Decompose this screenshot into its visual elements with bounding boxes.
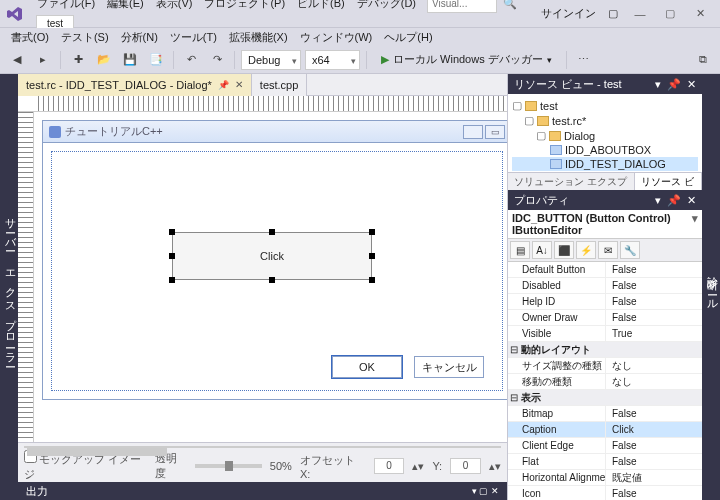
signin-link[interactable]: サインイン (535, 6, 602, 21)
property-row[interactable]: Help IDFalse (508, 294, 702, 310)
horizontal-scrollbar[interactable] (24, 446, 501, 448)
dialog-close-icon[interactable]: ▭ (485, 125, 505, 139)
menu-format[interactable]: 書式(O) (6, 28, 54, 44)
pin-icon[interactable]: 📌 (667, 78, 681, 91)
diagnostic-tools-tab[interactable]: 診断ツール (705, 267, 720, 308)
close-icon[interactable]: ✕ (687, 78, 696, 91)
tab-resource-view[interactable]: リソース ビュー (635, 173, 702, 190)
resource-view-header[interactable]: リソース ビュー - test ▾📌✕ (508, 74, 702, 94)
menu-file[interactable]: ファイル(F) (32, 0, 100, 13)
property-row[interactable]: Default ButtonFalse (508, 262, 702, 278)
dialog-help-icon[interactable] (463, 125, 483, 139)
offset-x-input[interactable]: 0 (374, 458, 405, 474)
play-icon: ▶ (381, 53, 389, 66)
property-object-selector[interactable]: IDC_BUTTON (Button Control) IButtonEdito… (508, 210, 702, 239)
property-row[interactable]: FlatFalse (508, 454, 702, 470)
messages-button[interactable]: ✉ (598, 241, 618, 259)
events-button[interactable]: ⚡ (576, 241, 596, 259)
dialog-titlebar: チュートリアルC++ ▭ (43, 121, 507, 143)
search-icon[interactable]: 🔍 (503, 0, 517, 10)
property-row[interactable]: 移動の種類なし (508, 374, 702, 390)
property-toolbar: ▤ A↓ ⬛ ⚡ ✉ 🔧 (508, 239, 702, 262)
menu-window[interactable]: ウィンドウ(W) (295, 28, 378, 44)
menu-test[interactable]: テスト(S) (56, 28, 114, 44)
menu-edit[interactable]: 編集(E) (102, 0, 149, 13)
save-button[interactable]: 💾 (119, 49, 141, 71)
opacity-slider[interactable] (195, 464, 262, 468)
property-category[interactable]: 表示 (508, 390, 702, 406)
property-row[interactable]: CaptionClick (508, 422, 702, 438)
search-input[interactable] (427, 0, 497, 13)
properties-button[interactable]: ⬛ (554, 241, 574, 259)
config-combo[interactable]: Debug (241, 50, 301, 70)
cancel-button[interactable]: キャンセル (414, 356, 484, 378)
menu-project[interactable]: プロジェクト(P) (199, 0, 290, 13)
nav-back-button[interactable]: ◀ (6, 49, 28, 71)
nav-fwd-button[interactable]: ▸ (32, 49, 54, 71)
minimize-button[interactable]: — (626, 4, 654, 24)
live-share-icon[interactable]: ⧉ (692, 49, 714, 71)
property-row[interactable]: サイズ調整の種類なし (508, 358, 702, 374)
project-icon (525, 101, 537, 111)
menu-build[interactable]: ビルド(B) (292, 0, 350, 13)
resize-handle[interactable] (369, 277, 375, 283)
offset-y-input[interactable]: 0 (450, 458, 481, 474)
dialog-preview[interactable]: チュートリアルC++ ▭ Click (42, 120, 507, 400)
menu-debug[interactable]: デバッグ(D) (352, 0, 421, 13)
resize-handle[interactable] (169, 277, 175, 283)
save-all-button[interactable]: 📑 (145, 49, 167, 71)
resize-handle[interactable] (269, 229, 275, 235)
ok-button[interactable]: OK (332, 356, 402, 378)
menubar-row2: 書式(O) テスト(S) 分析(N) ツール(T) 拡張機能(X) ウィンドウ(… (0, 28, 720, 46)
tab-testcpp[interactable]: test.cpp (252, 74, 308, 96)
close-icon[interactable]: ✕ (235, 74, 243, 96)
platform-combo[interactable]: x64 (305, 50, 360, 70)
property-grid[interactable]: Default ButtonFalseDisabledFalseHelp IDF… (508, 262, 702, 500)
design-canvas[interactable]: チュートリアルC++ ▭ Click (34, 112, 507, 442)
dropdown-icon[interactable]: ▾ (655, 78, 661, 91)
resize-handle[interactable] (369, 229, 375, 235)
menu-analyze[interactable]: 分析(N) (116, 28, 163, 44)
server-explorer-tab[interactable]: サーバー エクスプローラー (3, 211, 18, 364)
offset-y-label: Y: (432, 460, 442, 472)
property-row[interactable]: IconFalse (508, 486, 702, 500)
offset-x-label: オフセット X: (300, 453, 366, 480)
resize-handle[interactable] (369, 253, 375, 259)
run-button[interactable]: ▶ローカル Windows デバッガー▾ (373, 49, 560, 71)
avatar-icon[interactable]: ▢ (608, 7, 618, 20)
property-row[interactable]: Horizontal Alignme既定値 (508, 470, 702, 486)
property-row[interactable]: BitmapFalse (508, 406, 702, 422)
property-row[interactable]: DisabledFalse (508, 278, 702, 294)
properties-header[interactable]: プロパティ ▾📌✕ (508, 190, 702, 210)
close-button[interactable]: ✕ (686, 4, 714, 24)
toolbar: ◀ ▸ ✚ 📂 💾 📑 ↶ ↷ Debug x64 ▶ローカル Windows … (0, 46, 720, 74)
menu-help[interactable]: ヘルプ(H) (379, 28, 437, 44)
menu-tools[interactable]: ツール(T) (165, 28, 222, 44)
tab-solution-explorer[interactable]: ソリューション エクスプローラー (508, 173, 635, 190)
categorized-button[interactable]: ▤ (510, 241, 530, 259)
tab-dialog-designer[interactable]: test.rc - IDD_TEST_DIALOG - Dialog* 📌 ✕ (18, 74, 252, 96)
alphabetical-button[interactable]: A↓ (532, 241, 552, 259)
resize-handle[interactable] (269, 277, 275, 283)
property-row[interactable]: VisibleTrue (508, 326, 702, 342)
property-category[interactable]: 動的レイアウト (508, 342, 702, 358)
menu-extensions[interactable]: 拡張機能(X) (224, 28, 293, 44)
maximize-button[interactable]: ▢ (656, 4, 684, 24)
resize-handle[interactable] (169, 253, 175, 259)
overrides-button[interactable]: 🔧 (620, 241, 640, 259)
undo-button[interactable]: ↶ (180, 49, 202, 71)
new-project-button[interactable]: ✚ (67, 49, 89, 71)
redo-button[interactable]: ↷ (206, 49, 228, 71)
resource-tree[interactable]: ▢test ▢test.rc* ▢Dialog IDD_ABOUTBOX IDD… (508, 94, 702, 172)
output-pane-header[interactable]: 出力 ▾ ▢ ✕ (18, 482, 507, 500)
resize-handle[interactable] (169, 229, 175, 235)
open-button[interactable]: 📂 (93, 49, 115, 71)
property-row[interactable]: Owner DrawFalse (508, 310, 702, 326)
selected-button-control[interactable]: Click (172, 232, 372, 280)
folder-icon (537, 116, 549, 126)
toolbar-more[interactable]: ⋯ (573, 49, 595, 71)
property-row[interactable]: Client EdgeFalse (508, 438, 702, 454)
menu-view[interactable]: 表示(V) (151, 0, 198, 13)
dialog-client-area[interactable]: Click OK キャンセル (51, 151, 503, 391)
pin-icon[interactable]: 📌 (218, 74, 229, 96)
